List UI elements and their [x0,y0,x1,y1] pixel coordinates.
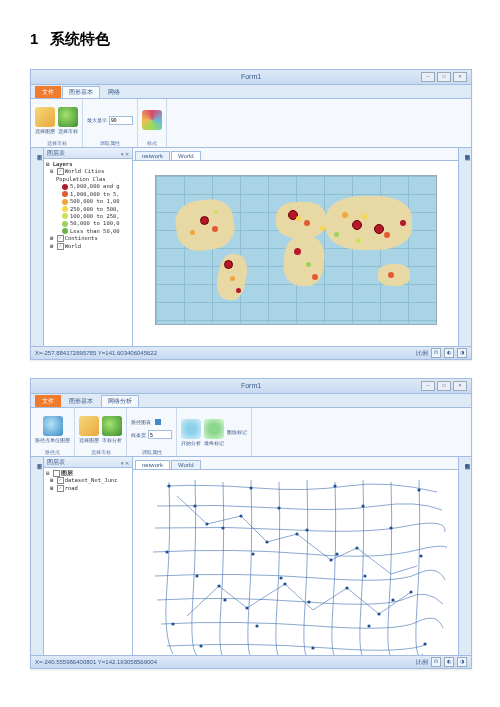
zoom-in-icon[interactable]: ◑ [457,657,467,667]
tab-graphics[interactable]: 图形基本 [62,395,100,407]
window-title: Form1 [241,382,261,389]
app-window-2: Form1 – □ × 文件 图形基本 网络分析 路径点单位图层 路径点 [30,378,472,669]
map-canvas[interactable] [133,161,458,346]
close-button[interactable]: × [453,381,467,391]
tree-root: ⊟ 图层 [46,470,130,477]
tree-node: ⊞ ✓Continents [46,235,130,242]
titlebar[interactable]: Form1 – □ × [31,379,471,394]
svg-point-1 [193,504,196,507]
layer-tree[interactable]: ⊟ 图层 ⊞ ✓dataset_Net_Junc ⊞ ✓road [44,468,132,655]
tab-network[interactable]: 网络 [101,86,127,98]
ribbon-group-display: 最大显示 调取属性 [83,99,138,147]
map-canvas[interactable] [133,470,458,655]
svg-point-25 [423,642,426,645]
pathpoint-layer-button[interactable]: 路径点单位图层 [35,416,70,443]
final-mark-button[interactable]: 最终标记 [204,419,224,446]
line-width-input[interactable] [148,430,172,439]
maximize-button[interactable]: □ [437,72,451,82]
tree-node: ⊟ ✓World Cities [46,168,130,175]
max-display-input[interactable] [109,116,133,125]
minimize-button[interactable]: – [421,381,435,391]
scale-widget[interactable]: 比例 ⊡ ◐ ◑ [416,656,467,668]
svg-point-16 [335,552,338,555]
maximize-button[interactable]: □ [437,381,451,391]
svg-point-14 [279,576,282,579]
ribbon-tabstrip: 文件 图形基本 网络分析 [31,394,471,407]
zoom-out-icon[interactable]: ◐ [444,657,454,667]
layer-tree[interactable]: ⊟ Layers ⊟ ✓World Cities Population Clas… [44,159,132,346]
start-analysis-button[interactable]: 开始分析 [181,419,201,446]
left-sidebar-tabs[interactable]: 图层表 [31,148,44,346]
palette-icon [142,110,162,130]
flag-icon [204,419,224,439]
folder-map-icon [79,416,99,436]
svg-point-21 [199,644,202,647]
tab-graphics[interactable]: 图形基本 [62,86,100,98]
tree-node: 500,000 to 1,00 [46,198,130,205]
left-sidebar-tabs[interactable]: 图层表 [31,457,44,655]
statusbar: X=-240.555986400801 Y=142.193058569004 比… [31,655,471,668]
svg-point-5 [305,528,308,531]
right-sidebar-tabs[interactable]: 数据源选取 [458,148,471,346]
ribbon-tabstrip: 文件 图形基本 网络 [31,85,471,98]
pin-icon[interactable]: ▾ ✕ [121,149,129,159]
svg-point-11 [195,574,198,577]
doc-tab-network[interactable]: network [135,151,170,160]
tab-network-analysis[interactable]: 网络分析 [101,395,139,407]
section-heading: 1系统特色 [30,30,470,49]
group-label: 样式 [147,140,157,146]
svg-point-22 [255,624,258,627]
svg-point-26 [205,522,208,525]
close-button[interactable]: × [453,72,467,82]
group-label: 调取属性 [100,140,120,146]
tree-node: ⊞ ✓World [46,243,130,250]
svg-point-28 [265,540,268,543]
document-tabs: network World [133,457,458,470]
max-display-label: 最大显示 [87,117,107,123]
svg-point-18 [391,598,394,601]
select-layer-button[interactable]: 选择图层 [35,107,55,134]
titlebar[interactable]: Form1 – □ × [31,70,471,85]
svg-point-17 [363,574,366,577]
minimize-button[interactable]: – [421,72,435,82]
svg-point-8 [389,526,392,529]
scatter-icon [181,419,201,439]
network-graph [147,476,447,655]
app-window-1: Form1 – □ × 文件 图形基本 网络 选择图层 选择市标 选择市标 [30,69,472,360]
marker-analysis-button[interactable]: 市标分析 [102,416,122,443]
svg-point-24 [367,624,370,627]
pin-icon[interactable]: ▾ ✕ [121,458,129,468]
svg-point-34 [283,582,286,585]
svg-point-9 [417,488,420,491]
scale-widget[interactable]: 比例 ⊡ ◐ ◑ [416,347,467,359]
svg-point-37 [409,590,412,593]
zoom-out-icon[interactable]: ◐ [444,348,454,358]
toc-panel: 图层表 ▾ ✕ ⊟ 图层 ⊞ ✓dataset_Net_Junc ⊞ ✓road [44,457,133,655]
ribbon-group-analyze: 开始分析 最终标记 删除标记 [177,408,252,456]
tab-file[interactable]: 文件 [35,86,61,98]
tree-node: ⊞ ✓dataset_Net_Junc [46,477,130,484]
select-marker-button[interactable]: 选择市标 [58,107,78,134]
svg-point-6 [333,484,336,487]
svg-point-3 [249,486,252,489]
pushpin-icon [102,416,122,436]
delete-mark-button[interactable]: 删除标记 [227,429,247,435]
right-sidebar-tabs[interactable]: 数据源选取 [458,457,471,655]
toc-panel: 图层表 ▾ ✕ ⊟ Layers ⊟ ✓World Cities Populat… [44,148,133,346]
doc-tab-world[interactable]: World [171,151,201,160]
doc-tab-network[interactable]: network [135,460,170,469]
tab-file[interactable]: 文件 [35,395,61,407]
svg-point-12 [223,598,226,601]
fit-icon[interactable]: ⊡ [431,657,441,667]
group-label: 路径点 [45,449,60,455]
statusbar: X=-257.884172895785 Y=141.603406045622 比… [31,346,471,359]
select-layer-button[interactable]: 选择图层 [79,416,99,443]
toc-title[interactable]: 图层表 ▾ ✕ [44,148,132,159]
style-button[interactable] [142,110,162,131]
path-table-label: 路径图表 [131,419,151,425]
toc-title[interactable]: 图层表 ▾ ✕ [44,457,132,468]
doc-tab-world[interactable]: World [171,460,201,469]
fit-icon[interactable]: ⊡ [431,348,441,358]
tree-node: 250,000 to 500, [46,206,130,213]
zoom-in-icon[interactable]: ◑ [457,348,467,358]
